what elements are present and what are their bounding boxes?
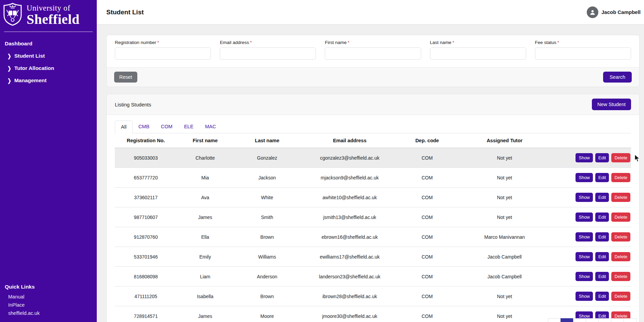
tab-ele[interactable]: ELE	[178, 120, 199, 133]
edit-button[interactable]: Edit	[595, 292, 609, 301]
column-header-last-name: Last name	[233, 133, 301, 148]
student-table: Registration No.First nameLast nameEmail…	[115, 133, 631, 322]
show-button[interactable]: Show	[576, 153, 593, 162]
edit-button[interactable]: Edit	[595, 232, 609, 241]
delete-button[interactable]: Delete	[611, 173, 630, 182]
first-name-input[interactable]	[325, 47, 421, 60]
table-row: 653777720MiaJacksonmjackson9@sheffield.a…	[115, 168, 631, 188]
last-name-input[interactable]	[430, 47, 526, 60]
required-asterisk: *	[453, 40, 454, 45]
tab-all[interactable]: All	[115, 120, 133, 133]
edit-button[interactable]: Edit	[595, 272, 609, 281]
table-row: 816808098LiamAndersonlanderson23@sheffie…	[115, 267, 631, 287]
delete-button[interactable]: Delete	[611, 252, 630, 261]
sidebar-nav: Dashboard❯Student List❯Tutor Allocation❯…	[0, 32, 97, 87]
required-asterisk: *	[157, 40, 159, 45]
edit-button[interactable]: Edit	[595, 193, 609, 202]
tab-cmb[interactable]: CMB	[133, 120, 155, 133]
page-item-5[interactable]: 5	[611, 318, 624, 322]
field-label: First name*	[325, 40, 421, 45]
main-area: Student List Jacob Campbell Registration…	[97, 0, 644, 322]
page-item-[interactable]: »	[624, 318, 637, 322]
show-button[interactable]: Show	[576, 292, 593, 301]
sidebar-item-student-list[interactable]: ❯Student List	[0, 50, 97, 62]
sidebar-item-management[interactable]: ❯Management	[0, 74, 97, 87]
quick-links-list: ManualInPlacesheffield.ac.uk	[5, 293, 92, 317]
cell-assigned-tutor: Not yet	[456, 287, 554, 306]
cell-registration-no: 728914571	[115, 306, 177, 322]
required-asterisk: *	[557, 40, 559, 45]
show-button[interactable]: Show	[576, 193, 593, 202]
cell-dep-code: COM	[399, 267, 456, 287]
user-menu[interactable]: Jacob Campbell	[587, 6, 641, 18]
table-row: 987710607JamesSmithjsmith13@sheffield.ac…	[115, 207, 631, 227]
page-item-1[interactable]: 1	[561, 318, 573, 322]
quick-links-section: Quick Links ManualInPlacesheffield.ac.uk	[0, 284, 97, 322]
cell-first-name: James	[177, 306, 234, 322]
reset-button[interactable]: Reset	[114, 72, 137, 83]
table-row: 912870760EllaBrownebrown16@sheffield.ac.…	[115, 227, 631, 247]
column-header-registration-no: Registration No.	[115, 133, 177, 148]
edit-button[interactable]: Edit	[595, 252, 609, 261]
sidebar-item-dashboard[interactable]: Dashboard	[0, 38, 97, 50]
delete-button[interactable]: Delete	[611, 213, 630, 222]
cell-last-name: Moore	[233, 306, 301, 322]
show-button[interactable]: Show	[576, 272, 593, 281]
cell-email-address: awhite10@sheffield.ac.uk	[301, 188, 399, 207]
edit-button[interactable]: Edit	[595, 173, 609, 182]
tab-mac[interactable]: MAC	[199, 120, 222, 133]
logo-line1: University of	[27, 4, 80, 12]
fee-status-input[interactable]	[535, 47, 631, 60]
show-button[interactable]: Show	[576, 232, 593, 241]
quick-link-inplace[interactable]: InPlace	[5, 301, 92, 309]
email-address-input[interactable]	[220, 47, 316, 60]
show-button[interactable]: Show	[576, 213, 593, 222]
quick-links-title: Quick Links	[5, 284, 92, 290]
search-button[interactable]: Search	[603, 72, 632, 83]
registration-number-input[interactable]	[115, 47, 211, 60]
row-actions: ShowEditDelete	[554, 148, 631, 168]
delete-button[interactable]: Delete	[611, 292, 630, 301]
chevron-right-icon: ❯	[7, 65, 11, 72]
sidebar-item-label: Tutor Allocation	[14, 65, 54, 71]
edit-button[interactable]: Edit	[595, 153, 609, 162]
cell-registration-no: 471111205	[115, 287, 177, 306]
page-item-3[interactable]: 3	[586, 318, 599, 322]
delete-button[interactable]: Delete	[611, 153, 630, 162]
cell-first-name: Mia	[177, 168, 234, 188]
required-asterisk: *	[250, 40, 252, 45]
logo-line2: Sheffield	[27, 13, 80, 26]
quick-link-manual[interactable]: Manual	[5, 293, 92, 301]
page-item-2[interactable]: 2	[573, 318, 586, 322]
page-item-[interactable]: «	[548, 318, 561, 322]
show-button[interactable]: Show	[576, 252, 593, 261]
cell-first-name: James	[177, 207, 234, 227]
delete-button[interactable]: Delete	[611, 232, 630, 241]
cell-assigned-tutor: Jacob Campbell	[456, 267, 554, 287]
cell-dep-code: COM	[399, 227, 456, 247]
page-item-4[interactable]: 4	[598, 318, 611, 322]
cell-last-name: Anderson	[233, 267, 301, 287]
sidebar-item-tutor-allocation[interactable]: ❯Tutor Allocation	[0, 62, 97, 74]
search-card: Registration number*Email address*First …	[106, 35, 640, 87]
show-button[interactable]: Show	[576, 173, 593, 182]
table-row: 471111205IsabellaBrownibrown28@sheffield…	[115, 287, 631, 306]
quick-link-sheffield-ac-uk[interactable]: sheffield.ac.uk	[5, 309, 92, 317]
cell-registration-no: 905033003	[115, 148, 177, 168]
cell-last-name: Brown	[233, 227, 301, 247]
cell-registration-no: 533701946	[115, 247, 177, 267]
form-field-first-name: First name*	[325, 40, 421, 60]
listing-card: Listing Students New Student AllCMBCOMEL…	[106, 94, 640, 322]
edit-button[interactable]: Edit	[595, 213, 609, 222]
cell-assigned-tutor: Not yet	[456, 207, 554, 227]
delete-button[interactable]: Delete	[611, 193, 630, 202]
table-row: 905033003CharlotteGonzalezcgonzalez3@she…	[115, 148, 631, 168]
row-actions: ShowEditDelete	[554, 287, 631, 306]
page-title: Student List	[106, 9, 144, 16]
delete-button[interactable]: Delete	[611, 272, 630, 281]
cell-last-name: Smith	[233, 207, 301, 227]
shield-logo-icon	[3, 3, 22, 27]
tab-com[interactable]: COM	[155, 120, 178, 133]
new-student-button[interactable]: New Student	[592, 99, 631, 110]
sidebar-item-label: Student List	[14, 53, 45, 59]
